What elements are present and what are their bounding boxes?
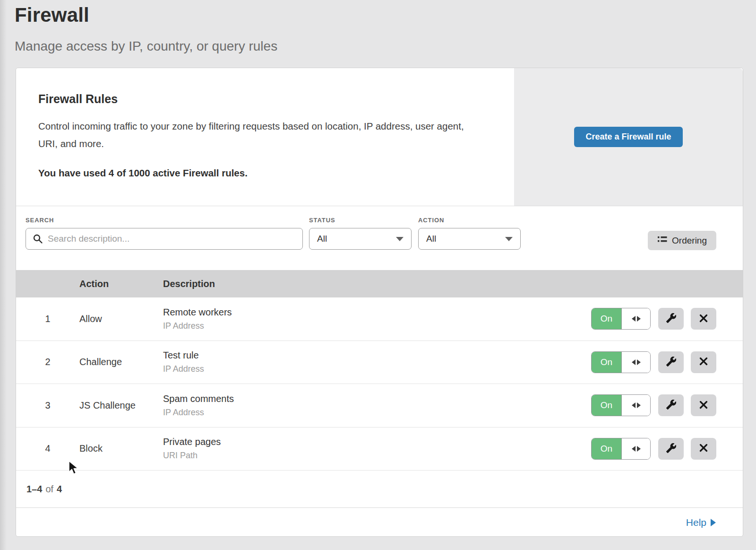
search-icon: [33, 234, 43, 246]
toggle-on-segment[interactable]: On: [592, 352, 621, 373]
rule-action: Block: [79, 443, 163, 454]
rule-controls: On: [591, 308, 716, 330]
wrench-icon: [666, 356, 677, 368]
close-icon: [699, 444, 708, 454]
wrench-icon: [666, 313, 677, 325]
toggle-arrows-segment[interactable]: [621, 352, 650, 373]
table-header: Action Description: [16, 270, 743, 297]
pagination: 1–4 of 4: [16, 471, 743, 508]
arrow-right-icon: [711, 519, 716, 526]
help-link-label: Help: [686, 517, 706, 528]
rule-action: Challenge: [79, 357, 163, 367]
delete-rule-button[interactable]: [691, 438, 716, 460]
rule-enabled-toggle[interactable]: On: [591, 308, 651, 330]
chevron-down-icon: [505, 237, 513, 241]
arrow-left-icon: [632, 316, 636, 322]
status-select[interactable]: All: [309, 228, 412, 250]
status-filter: STATUS All: [309, 217, 412, 250]
close-icon: [699, 357, 708, 367]
panel-footer: Help: [16, 508, 743, 537]
rule-description: Private pages: [163, 437, 591, 447]
firewall-rules-card: Firewall Rules Control incoming traffic …: [16, 68, 743, 206]
rule-controls: On: [591, 394, 716, 416]
toggle-arrows-segment[interactable]: [621, 308, 650, 329]
page-header: Firewall Manage access by IP, country, o…: [0, 0, 756, 54]
toggle-arrows-segment[interactable]: [621, 438, 650, 459]
arrow-right-icon: [637, 446, 641, 452]
filter-bar: SEARCH STATUS All ACTION All: [16, 206, 743, 270]
help-link[interactable]: Help: [686, 517, 716, 528]
pagination-of: of: [45, 484, 53, 495]
arrow-right-icon: [637, 402, 641, 408]
rule-enabled-toggle[interactable]: On: [591, 394, 651, 416]
rule-priority: 4: [16, 443, 79, 454]
arrow-left-icon: [632, 446, 636, 452]
rule-controls: On: [591, 438, 716, 460]
delete-rule-button[interactable]: [691, 394, 716, 416]
action-select[interactable]: All: [418, 228, 521, 250]
rule-description-cell: Test rule IP Address: [163, 350, 591, 374]
edit-rule-button[interactable]: [658, 394, 684, 416]
rule-match-field: IP Address: [163, 321, 591, 331]
ordering-list-icon: [657, 235, 667, 246]
toggle-on-segment[interactable]: On: [592, 438, 621, 459]
close-icon: [699, 314, 708, 324]
wrench-icon: [666, 443, 677, 455]
card-usage-count: You have used 4 of 1000 active Firewall …: [38, 167, 493, 179]
search-label: SEARCH: [26, 217, 303, 224]
pagination-range: 1–4: [26, 484, 42, 495]
edit-rule-button[interactable]: [658, 351, 684, 373]
action-filter: ACTION All: [418, 217, 521, 250]
card-heading: Firewall Rules: [38, 92, 493, 106]
rule-description-cell: Remote workers IP Address: [163, 307, 591, 331]
page-title: Firewall: [15, 4, 756, 26]
search-field-wrap: [26, 228, 303, 250]
toggle-on-segment[interactable]: On: [592, 308, 621, 329]
search-filter: SEARCH: [26, 217, 303, 250]
description-column-header: Description: [163, 279, 743, 289]
rule-controls: On: [591, 351, 716, 373]
close-icon: [699, 401, 708, 410]
edit-rule-button[interactable]: [658, 438, 684, 460]
delete-rule-button[interactable]: [691, 351, 716, 373]
rule-description-cell: Spam comments IP Address: [163, 393, 591, 418]
arrow-left-icon: [632, 359, 636, 365]
delete-rule-button[interactable]: [691, 308, 716, 330]
wrench-icon: [666, 399, 677, 411]
ordering-button[interactable]: Ordering: [648, 231, 716, 250]
status-label: STATUS: [309, 217, 412, 224]
rule-description: Remote workers: [163, 307, 591, 318]
firewall-rules-card-text: Firewall Rules Control incoming traffic …: [16, 68, 493, 179]
rule-match-field: IP Address: [163, 364, 591, 374]
table-row: 3 JS Challenge Spam comments IP Address …: [16, 384, 743, 428]
card-description: Control incoming traffic to your zone by…: [38, 117, 485, 152]
table-row: 2 Challenge Test rule IP Address On: [16, 341, 743, 384]
rule-priority: 1: [16, 314, 79, 324]
rule-description: Spam comments: [163, 393, 591, 404]
rule-priority: 2: [16, 357, 79, 367]
rule-match-field: IP Address: [163, 408, 591, 418]
create-firewall-rule-button[interactable]: Create a Firewall rule: [574, 127, 682, 147]
table-row: 1 Allow Remote workers IP Address On: [16, 297, 743, 341]
search-input[interactable]: [26, 228, 303, 250]
toggle-on-segment[interactable]: On: [592, 395, 621, 416]
create-rule-panel: Create a Firewall rule: [514, 68, 743, 206]
action-label: ACTION: [418, 217, 521, 224]
action-select-value: All: [426, 234, 436, 244]
rule-enabled-toggle[interactable]: On: [591, 438, 651, 460]
rule-priority: 3: [16, 400, 79, 411]
pagination-total: 4: [57, 484, 62, 495]
arrow-right-icon: [637, 316, 641, 322]
edit-rule-button[interactable]: [658, 308, 684, 330]
ordering-button-label: Ordering: [672, 236, 707, 246]
rule-action: Allow: [79, 314, 163, 324]
page-subtitle: Manage access by IP, country, or query r…: [15, 39, 756, 54]
arrow-left-icon: [632, 402, 636, 408]
status-select-value: All: [317, 234, 327, 244]
toggle-arrows-segment[interactable]: [621, 395, 650, 416]
chevron-down-icon: [396, 237, 404, 241]
rule-description: Test rule: [163, 350, 591, 361]
rule-description-cell: Private pages URI Path: [163, 437, 591, 461]
rule-match-field: URI Path: [163, 451, 591, 461]
rule-enabled-toggle[interactable]: On: [591, 351, 651, 373]
